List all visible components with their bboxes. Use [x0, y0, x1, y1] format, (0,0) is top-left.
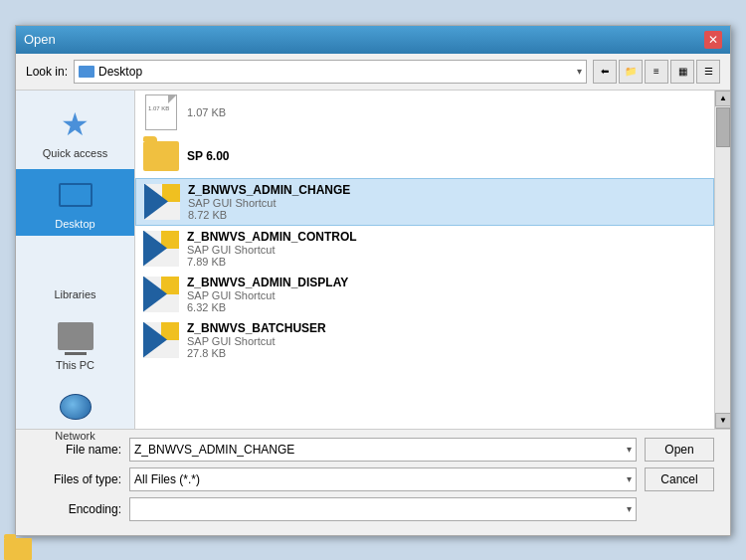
files-of-type-label: Files of type:: [32, 472, 121, 486]
folder-file-icon: [143, 138, 179, 174]
sidebar-label-quick-access: Quick access: [43, 147, 107, 159]
list-item[interactable]: Z_BNWVS_ADMIN_DISPLAY SAP GUI Shortcut 6…: [135, 272, 714, 317]
view-list-button[interactable]: ▦: [670, 60, 694, 84]
file-type: SAP GUI Shortcut: [187, 289, 706, 301]
scroll-track: [715, 106, 730, 413]
sidebar-label-libraries: Libraries: [54, 288, 95, 300]
file-type-value: All Files (*.*): [134, 472, 200, 486]
quick-access-icon: ★: [56, 104, 95, 144]
network-icon: [56, 387, 95, 427]
file-size: 8.72 KB: [188, 209, 705, 221]
file-name-value: Z_BNWVS_ADMIN_CHANGE: [134, 443, 294, 457]
file-info: 1.07 KB: [187, 106, 706, 118]
this-pc-icon: [56, 316, 95, 356]
sidebar: ★ Quick access Desktop Libraries: [16, 91, 135, 429]
file-size: 6.32 KB: [187, 301, 706, 313]
chevron-down-icon: ▾: [627, 503, 632, 514]
dialog-title: Open: [24, 32, 56, 47]
file-info: SP 6.00: [187, 149, 706, 163]
view-menu-button[interactable]: ≡: [645, 60, 668, 84]
file-size: 27.8 KB: [187, 347, 706, 359]
file-type-dropdown[interactable]: All Files (*.*) ▾: [129, 467, 637, 491]
list-item[interactable]: Z_BNWVS_ADMIN_CHANGE SAP GUI Shortcut 8.…: [135, 178, 714, 226]
file-name: Z_BNWVS_ADMIN_CONTROL: [187, 230, 706, 244]
file-name: SP 6.00: [187, 149, 706, 163]
sidebar-item-network[interactable]: Network: [16, 381, 134, 448]
file-info: Z_BNWVS_ADMIN_DISPLAY SAP GUI Shortcut 6…: [187, 276, 706, 313]
cancel-button[interactable]: Cancel: [645, 467, 714, 491]
chevron-down-icon: ▾: [627, 444, 632, 455]
scroll-thumb[interactable]: [716, 107, 730, 147]
scroll-up-button[interactable]: ▲: [715, 91, 731, 106]
new-folder-button[interactable]: 📁: [619, 60, 643, 84]
title-bar: Open ✕: [16, 26, 730, 54]
sidebar-item-libraries[interactable]: Libraries: [16, 240, 134, 306]
folder-icon: [79, 66, 94, 78]
file-type: SAP GUI Shortcut: [188, 197, 705, 209]
close-button[interactable]: ✕: [704, 31, 722, 49]
encoding-label: Encoding:: [32, 502, 121, 516]
file-info: Z_BNWVS_BATCHUSER SAP GUI Shortcut 27.8 …: [187, 321, 706, 359]
sap-file-icon: [143, 231, 179, 267]
main-area: ★ Quick access Desktop Libraries: [16, 91, 730, 429]
sap-file-icon: [143, 322, 179, 358]
list-item[interactable]: 1.07 KB: [135, 91, 714, 134]
chevron-down-icon: ▾: [627, 473, 632, 484]
sidebar-label-desktop: Desktop: [55, 218, 94, 230]
list-item[interactable]: Z_BNWVS_ADMIN_CONTROL SAP GUI Shortcut 7…: [135, 226, 714, 272]
look-in-dropdown[interactable]: Desktop ▾: [74, 60, 587, 84]
file-name: Z_BNWVS_ADMIN_DISPLAY: [187, 276, 706, 289]
list-item[interactable]: Z_BNWVS_BATCHUSER SAP GUI Shortcut 27.8 …: [135, 317, 714, 363]
file-name-row: File name: Z_BNWVS_ADMIN_CHANGE ▾ Open: [32, 438, 714, 462]
generic-file-icon: [143, 94, 179, 130]
view-details-button[interactable]: ☰: [696, 60, 720, 84]
sidebar-item-quick-access[interactable]: ★ Quick access: [16, 98, 134, 165]
sidebar-item-thispc[interactable]: This PC: [16, 310, 134, 377]
look-in-label: Look in:: [26, 65, 68, 79]
open-dialog: Open ✕ Look in: Desktop ▾ ⬅ 📁 ≡ ▦ ☰ ★: [15, 25, 731, 536]
file-name: Z_BNWVS_BATCHUSER: [187, 321, 706, 335]
file-name: Z_BNWVS_ADMIN_CHANGE: [188, 183, 705, 197]
file-info: Z_BNWVS_ADMIN_CONTROL SAP GUI Shortcut 7…: [187, 230, 706, 268]
sap-file-icon: [143, 277, 179, 312]
file-name-dropdown[interactable]: Z_BNWVS_ADMIN_CHANGE ▾: [129, 438, 637, 462]
encoding-dropdown[interactable]: ▾: [129, 497, 637, 521]
sidebar-label-thispc: This PC: [56, 359, 94, 371]
sidebar-label-network: Network: [55, 430, 94, 442]
open-button[interactable]: Open: [645, 438, 714, 462]
file-type: SAP GUI Shortcut: [187, 335, 706, 347]
sap-file-icon: [144, 184, 180, 220]
libraries-icon: [56, 246, 95, 285]
file-type: SAP GUI Shortcut: [187, 244, 706, 256]
file-list[interactable]: 1.07 KB SP 6.00: [135, 91, 714, 429]
file-name-label: File name:: [32, 443, 121, 457]
file-info: Z_BNWVS_ADMIN_CHANGE SAP GUI Shortcut 8.…: [188, 183, 705, 221]
file-size: 1.07 KB: [187, 106, 706, 118]
nav-back-button[interactable]: ⬅: [593, 60, 617, 84]
files-of-type-row: Files of type: All Files (*.*) ▾ Cancel: [32, 467, 714, 491]
toolbar: Look in: Desktop ▾ ⬅ 📁 ≡ ▦ ☰: [16, 54, 730, 91]
scrollbar[interactable]: ▲ ▼: [714, 91, 730, 429]
list-item[interactable]: SP 6.00: [135, 134, 714, 178]
look-in-value: Desktop: [98, 65, 142, 79]
chevron-down-icon: ▾: [577, 66, 582, 77]
sidebar-item-desktop[interactable]: Desktop: [16, 169, 134, 236]
desktop-icon: [56, 175, 95, 215]
scroll-down-button[interactable]: ▼: [715, 413, 731, 429]
view-toolbar: ⬅ 📁 ≡ ▦ ☰: [593, 60, 720, 84]
encoding-row: Encoding: ▾: [32, 497, 714, 521]
file-size: 7.89 KB: [187, 256, 706, 268]
